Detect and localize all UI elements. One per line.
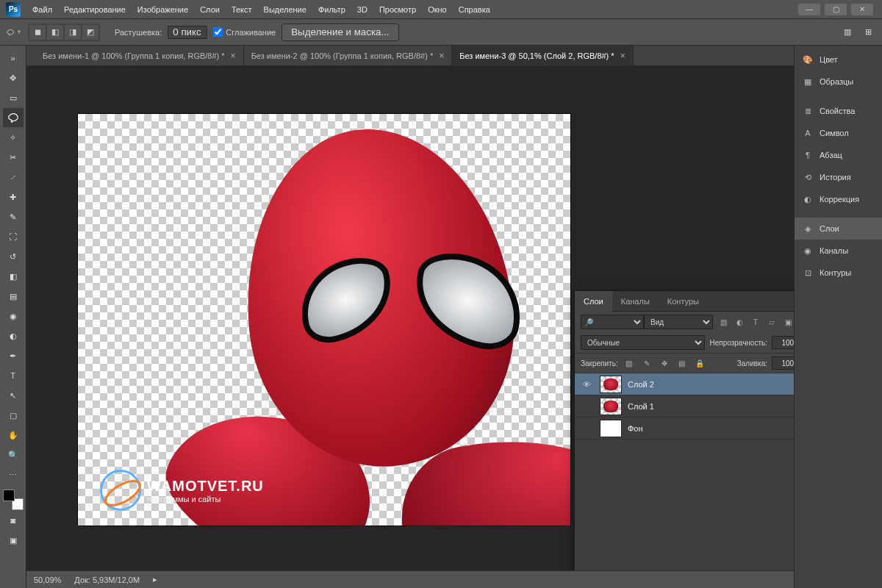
antialias-checkbox[interactable]: Сглаживание	[213, 27, 276, 37]
panel-character[interactable]: AСимвол	[795, 122, 882, 144]
layer-thumbnail[interactable]	[600, 420, 622, 437]
blend-mode-select[interactable]: Обычные	[581, 335, 705, 350]
document-tab-3[interactable]: Без имени-3 @ 50,1% (Слой 2, RGB/8#) * ×	[452, 46, 633, 65]
layer-name[interactable]: Слой 2	[628, 380, 654, 389]
panel-layers[interactable]: ◈Слои	[795, 218, 882, 240]
panel-adjustments[interactable]: ◐Коррекция	[795, 188, 882, 210]
tab-layers[interactable]: Слои	[575, 291, 612, 312]
filter-shape-icon[interactable]: ▱	[766, 316, 778, 328]
lock-position-icon[interactable]: ✥	[658, 357, 671, 369]
selection-new-icon[interactable]: ◼	[29, 25, 46, 40]
selection-intersect-icon[interactable]: ◩	[82, 25, 98, 40]
document-tab-2[interactable]: Без имени-2 @ 100% (Группа 1 копия, RGB/…	[244, 46, 453, 65]
tab-close-icon[interactable]: ×	[620, 51, 625, 61]
type-tool-icon[interactable]: T	[3, 366, 24, 385]
selection-subtract-icon[interactable]: ◨	[65, 25, 81, 40]
menu-layer[interactable]: Слои	[194, 0, 226, 19]
lock-all-icon[interactable]: 🔒	[693, 357, 706, 369]
artboard-icon[interactable]: ▥	[839, 24, 856, 40]
filter-pixel-icon[interactable]: ▨	[717, 316, 729, 328]
layer-filter-select[interactable]: Вид	[644, 315, 713, 329]
path-select-tool-icon[interactable]: ↖	[3, 386, 24, 405]
tab-channels[interactable]: Каналы	[612, 291, 659, 312]
wand-tool-icon[interactable]: ✧	[3, 128, 24, 147]
close-icon[interactable]: ✕	[851, 4, 873, 15]
tab-close-icon[interactable]: ×	[439, 51, 444, 61]
screenmode-icon[interactable]: ▣	[3, 531, 24, 550]
lasso-tool-icon[interactable]	[3, 108, 24, 127]
menu-3d[interactable]: 3D	[351, 0, 373, 19]
heal-tool-icon[interactable]: ✚	[3, 187, 24, 207]
panel-color[interactable]: 🎨Цвет	[795, 49, 882, 71]
collapse-icon[interactable]: »	[3, 49, 24, 68]
minimize-icon[interactable]: —	[798, 4, 820, 15]
lock-transparency-icon[interactable]: ▨	[623, 357, 636, 369]
filter-type-icon[interactable]: T	[750, 316, 761, 328]
layer-row[interactable]: Фон	[575, 417, 794, 440]
history-brush-tool-icon[interactable]: ↺	[3, 247, 24, 266]
layer-name[interactable]: Слой 1	[628, 402, 654, 411]
filter-adjust-icon[interactable]: ◐	[734, 316, 745, 328]
gradient-tool-icon[interactable]: ▤	[3, 287, 24, 306]
panel-paragraph[interactable]: ¶Абзац	[795, 144, 882, 166]
document-tab-1[interactable]: Без имени-1 @ 100% (Группа 1 копия, RGB/…	[35, 46, 244, 65]
panel-swatches[interactable]: ▦Образцы	[795, 71, 882, 93]
feather-input[interactable]	[168, 26, 207, 39]
lock-pixels-icon[interactable]: ✎	[640, 357, 653, 369]
active-tool-lasso-icon[interactable]: ▼	[6, 24, 22, 40]
brush-tool-icon[interactable]: ✎	[3, 207, 24, 226]
marquee-tool-icon[interactable]: ▭	[3, 88, 24, 107]
stamp-tool-icon[interactable]: ⛶	[3, 227, 24, 246]
layer-thumbnail[interactable]	[600, 398, 622, 415]
menu-view[interactable]: Просмотр	[373, 0, 422, 19]
canvas-area[interactable]: WAMOTVET.RU программы и сайты Слои Канал…	[26, 66, 794, 570]
pen-tool-icon[interactable]: ✒	[3, 346, 24, 365]
panel-properties[interactable]: ≣Свойства	[795, 100, 882, 122]
fg-color-icon[interactable]	[3, 490, 15, 501]
fg-bg-colors[interactable]	[3, 490, 24, 510]
zoom-level[interactable]: 50,09%	[34, 576, 61, 584]
menu-help[interactable]: Справка	[453, 0, 496, 19]
tab-close-icon[interactable]: ×	[231, 51, 236, 61]
layer-filter-kind[interactable]: 🔎 Вид	[581, 315, 713, 329]
rectangle-tool-icon[interactable]: ▢	[3, 406, 24, 425]
tab-paths[interactable]: Контуры	[659, 291, 708, 312]
menu-text[interactable]: Текст	[226, 0, 258, 19]
eraser-tool-icon[interactable]: ◧	[3, 267, 24, 286]
menu-file[interactable]: Файл	[26, 0, 58, 19]
antialias-check-input[interactable]	[213, 27, 223, 37]
layers-panel[interactable]: Слои Каналы Контуры » | ≡ 🔎	[574, 290, 794, 570]
panel-history[interactable]: ⟲История	[795, 166, 882, 188]
layer-name[interactable]: Фон	[628, 424, 643, 433]
menu-window[interactable]: Окно	[422, 0, 453, 19]
crop-tool-icon[interactable]: ✂	[3, 148, 24, 167]
document-canvas[interactable]: WAMOTVET.RU программы и сайты	[78, 114, 570, 526]
move-tool-icon[interactable]: ✥	[3, 68, 24, 87]
menu-filter[interactable]: Фильтр	[312, 0, 351, 19]
maximize-icon[interactable]: ▢	[825, 4, 847, 15]
select-and-mask-button[interactable]: Выделение и маска...	[282, 24, 398, 41]
edit-toolbar-icon[interactable]: ⋯	[3, 465, 24, 484]
layer-row[interactable]: 👁 Слой 2	[575, 373, 794, 395]
quickmask-icon[interactable]: ◙	[3, 511, 24, 530]
hand-tool-icon[interactable]: ✋	[3, 426, 24, 445]
menu-edit[interactable]: Редактирование	[58, 0, 132, 19]
fill-input[interactable]	[772, 356, 794, 370]
menu-select[interactable]: Выделение	[258, 0, 312, 19]
layer-row[interactable]: Слой 1	[575, 395, 794, 417]
status-menu-icon[interactable]: ▸	[153, 575, 157, 584]
zoom-tool-icon[interactable]: 🔍	[3, 445, 24, 465]
visibility-icon[interactable]: 👁	[579, 380, 594, 389]
panel-paths[interactable]: ⊡Контуры	[795, 262, 882, 284]
lock-artboard-icon[interactable]: ▤	[675, 357, 689, 369]
menu-image[interactable]: Изображение	[132, 0, 194, 19]
eyedropper-tool-icon[interactable]: ⟋	[3, 168, 24, 187]
opacity-input[interactable]	[772, 336, 794, 349]
filter-smart-icon[interactable]: ▣	[782, 316, 794, 328]
panel-channels[interactable]: ◉Каналы	[795, 240, 882, 262]
layer-thumbnail[interactable]	[600, 376, 622, 393]
doc-size[interactable]: Док: 5,93M/12,0M	[74, 576, 140, 584]
frame-icon[interactable]: ⊞	[860, 24, 876, 40]
dodge-tool-icon[interactable]: ◐	[3, 326, 24, 345]
blur-tool-icon[interactable]: ◉	[3, 306, 24, 326]
